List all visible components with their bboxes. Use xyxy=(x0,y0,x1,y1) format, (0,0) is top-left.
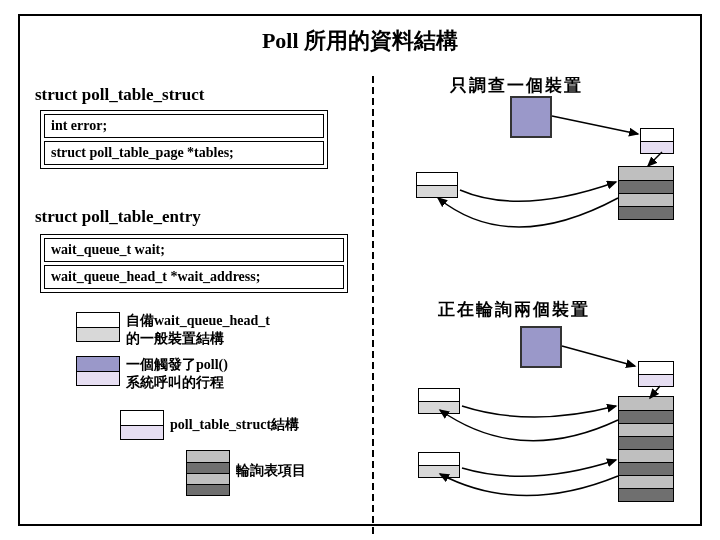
svg-line-1 xyxy=(648,152,662,166)
struct2-field-1: wait_queue_head_t *wait_address; xyxy=(44,265,344,289)
struct2-field-0: wait_queue_t wait; xyxy=(44,238,344,262)
struct1-box: int error; struct poll_table_page *table… xyxy=(40,110,328,169)
arrows-multi xyxy=(400,316,700,516)
diagram-frame: Poll 所用的資料結構 struct poll_table_struct in… xyxy=(18,14,702,526)
struct1-field-0: int error; xyxy=(44,114,324,138)
svg-line-0 xyxy=(552,116,638,134)
legend-swatch-1 xyxy=(76,356,120,386)
legend-row-1: 一個觸發了poll()系統呼叫的行程 xyxy=(76,356,228,392)
legend-text-0: 自備wait_queue_head_t的一般裝置結構 xyxy=(126,312,270,348)
legend-row-0: 自備wait_queue_head_t的一般裝置結構 xyxy=(76,312,270,348)
legend-text-2: poll_table_struct結構 xyxy=(170,410,299,434)
diagram-title: Poll 所用的資料結構 xyxy=(20,26,700,56)
struct2-box: wait_queue_t wait; wait_queue_head_t *wa… xyxy=(40,234,348,293)
svg-line-3 xyxy=(650,386,660,398)
legend-text-1: 一個觸發了poll()系統呼叫的行程 xyxy=(126,356,228,392)
vertical-divider xyxy=(372,76,374,524)
legend-text-3: 輪詢表項目 xyxy=(236,450,306,480)
legend-swatch-2 xyxy=(120,410,164,440)
arrows-single xyxy=(400,86,700,256)
legend-swatch-3 xyxy=(186,450,230,496)
struct1-field-1: struct poll_table_page *tables; xyxy=(44,141,324,165)
legend-row-2: poll_table_struct結構 xyxy=(120,410,299,440)
svg-line-2 xyxy=(562,346,635,366)
struct2-heading: struct poll_table_entry xyxy=(32,206,204,228)
legend-row-3: 輪詢表項目 xyxy=(186,450,306,496)
legend-swatch-0 xyxy=(76,312,120,342)
struct1-heading: struct poll_table_struct xyxy=(32,84,208,106)
